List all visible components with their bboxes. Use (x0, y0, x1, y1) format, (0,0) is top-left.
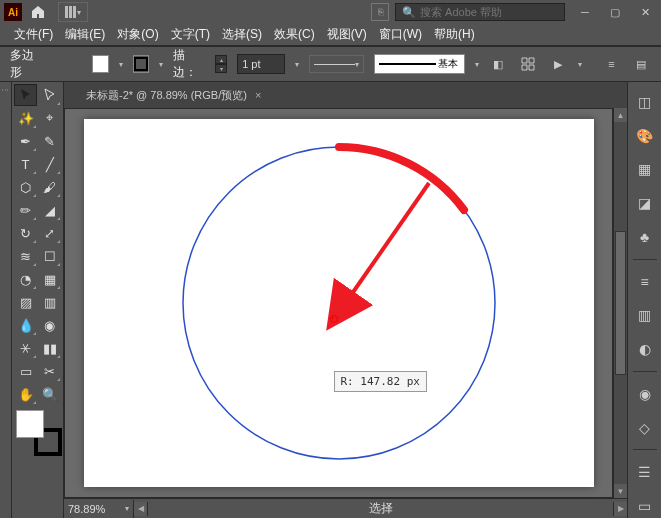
lasso-tool[interactable]: ⌖ (38, 107, 61, 129)
menu-select[interactable]: 选择(S) (216, 23, 268, 46)
zoom-tool[interactable]: 🔍 (38, 383, 61, 405)
paintbrush-tool[interactable]: 🖌 (38, 176, 61, 198)
symbols-panel-icon[interactable]: ♣ (633, 225, 657, 249)
variable-width-profile-button[interactable]: ▾ (309, 55, 364, 73)
graphic-styles-icon[interactable] (518, 53, 538, 75)
direct-selection-tool[interactable] (38, 84, 61, 106)
gradient-panel-icon[interactable]: ▥ (633, 303, 657, 327)
menu-effect[interactable]: 效果(C) (268, 23, 321, 46)
arrange-documents-button[interactable]: ▾ (58, 2, 88, 22)
artboard-tool[interactable]: ▭ (14, 360, 37, 382)
width-tool[interactable]: ≋ (14, 245, 37, 267)
type-tool[interactable]: T (14, 153, 37, 175)
transparency-panel-icon[interactable]: ◐ (633, 337, 657, 361)
center-indicator-icon (330, 315, 338, 323)
tab-title: 未标题-2* @ 78.89% (RGB/预览) (86, 88, 247, 103)
mesh-tool[interactable]: ▨ (14, 291, 37, 313)
scroll-right-button[interactable]: ▶ (613, 502, 627, 516)
menu-help[interactable]: 帮助(H) (428, 23, 481, 46)
artboards-panel-icon[interactable]: ▭ (633, 494, 657, 518)
zoom-level[interactable]: 78.89% ▾ (64, 500, 134, 518)
align-icon[interactable]: ≡ (602, 53, 622, 75)
scroll-down-button[interactable]: ▼ (614, 484, 627, 498)
pen-tool[interactable]: ✒ (14, 130, 37, 152)
recolor-icon[interactable]: ▶ (548, 53, 568, 75)
opacity-icon[interactable]: ◧ (489, 53, 509, 75)
eyedropper-tool[interactable]: 💧 (14, 314, 37, 336)
scroll-thumb[interactable] (615, 231, 626, 376)
chevron-down-icon[interactable]: ▾ (159, 60, 163, 69)
properties-panel-icon[interactable]: ◫ (633, 90, 657, 114)
free-transform-tool[interactable]: ☐ (38, 245, 61, 267)
symbol-sprayer-tool[interactable]: ⚹ (14, 337, 37, 359)
stroke-label: 描边： (173, 47, 205, 81)
maximize-button[interactable]: ▢ (603, 3, 627, 21)
appearance-panel-icon[interactable]: ◉ (633, 382, 657, 406)
brush-definition[interactable]: 基本 (374, 54, 465, 74)
menu-object[interactable]: 对象(O) (111, 23, 164, 46)
stroke-swatch[interactable] (133, 55, 149, 73)
magic-wand-tool[interactable]: ✨ (14, 107, 37, 129)
vertical-scrollbar[interactable]: ▲ ▼ (613, 108, 627, 498)
search-icon: 🔍 (402, 6, 416, 19)
chevron-down-icon: ▾ (125, 504, 129, 513)
right-panel-dock: ◫ 🎨 ▦ ◪ ♣ ≡ ▥ ◐ ◉ ◇ ☰ ▭ (627, 82, 661, 518)
toolbox: ✨⌖ ✒✎ T╱ ⬡🖌 ✏◢ ↻⤢ ≋☐ ◔▦ ▨▥ 💧◉ ⚹▮▮ ▭✂ ✋🔍 (12, 82, 64, 518)
shape-name: 多边形 (10, 47, 42, 81)
perspective-grid-tool[interactable]: ▦ (38, 268, 61, 290)
chevron-down-icon[interactable]: ▾ (295, 60, 299, 69)
status-bar: 78.89% ▾ ◀ 选择 ▶ (64, 498, 627, 518)
panel-menu-icon[interactable]: ▤ (631, 53, 651, 75)
close-button[interactable]: ✕ (633, 3, 657, 21)
column-graph-tool[interactable]: ▮▮ (38, 337, 61, 359)
brushes-panel-icon[interactable]: ◪ (633, 191, 657, 215)
scroll-up-button[interactable]: ▲ (614, 108, 627, 122)
layers-panel-icon[interactable]: ☰ (633, 460, 657, 484)
search-input[interactable] (420, 6, 558, 18)
titlebar: Ai ▾ ⎘ 🔍 ─ ▢ ✕ (0, 0, 661, 24)
rotate-tool[interactable]: ↻ (14, 222, 37, 244)
minimize-button[interactable]: ─ (573, 3, 597, 21)
menu-type[interactable]: 文字(T) (165, 23, 216, 46)
selection-tool[interactable] (14, 84, 37, 106)
stroke-stepper[interactable]: ▴▾ (215, 55, 227, 73)
hand-tool[interactable]: ✋ (14, 383, 37, 405)
app-icon: Ai (4, 3, 22, 21)
menubar: 文件(F) 编辑(E) 对象(O) 文字(T) 选择(S) 效果(C) 视图(V… (0, 24, 661, 46)
blend-tool[interactable]: ◉ (38, 314, 61, 336)
graphic-styles-panel-icon[interactable]: ◇ (633, 416, 657, 440)
document-tab[interactable]: 未标题-2* @ 78.89% (RGB/预览) × (76, 84, 271, 107)
menu-file[interactable]: 文件(F) (8, 23, 59, 46)
search-box[interactable]: 🔍 (395, 3, 565, 21)
menu-view[interactable]: 视图(V) (321, 23, 373, 46)
rectangle-tool[interactable]: ⬡ (14, 176, 37, 198)
shaper-tool[interactable]: ✏ (14, 199, 37, 221)
tab-close-button[interactable]: × (255, 89, 261, 101)
options-bar: 多边形 ▾ ▾ 描边： ▴▾ ▾ ▾ 基本 ▾ ◧ ▶ ▾ ≡ ▤ (0, 46, 661, 82)
gradient-tool[interactable]: ▥ (38, 291, 61, 313)
scale-tool[interactable]: ⤢ (38, 222, 61, 244)
menu-window[interactable]: 窗口(W) (373, 23, 428, 46)
menu-edit[interactable]: 编辑(E) (59, 23, 111, 46)
home-icon[interactable] (30, 4, 46, 20)
chevron-down-icon[interactable]: ▾ (475, 60, 479, 69)
curvature-tool[interactable]: ✎ (38, 130, 61, 152)
shape-builder-tool[interactable]: ◔ (14, 268, 37, 290)
scroll-left-button[interactable]: ◀ (134, 502, 148, 516)
stroke-weight-input[interactable] (237, 54, 285, 74)
color-panel-icon[interactable]: 🎨 (633, 124, 657, 148)
chevron-down-icon[interactable]: ▾ (119, 60, 123, 69)
chevron-down-icon: ▾ (355, 60, 359, 69)
chevron-down-icon[interactable]: ▾ (578, 60, 582, 69)
chevron-down-icon: ▾ (77, 8, 81, 17)
canvas[interactable]: R: 147.82 px (64, 108, 613, 498)
fill-stroke-control[interactable] (16, 410, 62, 456)
eraser-tool[interactable]: ◢ (38, 199, 61, 221)
stroke-panel-icon[interactable]: ≡ (633, 270, 657, 294)
slice-tool[interactable]: ✂ (38, 360, 61, 382)
swatches-panel-icon[interactable]: ▦ (633, 158, 657, 182)
fill-swatch[interactable] (92, 55, 108, 73)
left-gutter: ⋮ (0, 82, 12, 518)
line-tool[interactable]: ╱ (38, 153, 61, 175)
sync-icon[interactable]: ⎘ (371, 3, 389, 21)
